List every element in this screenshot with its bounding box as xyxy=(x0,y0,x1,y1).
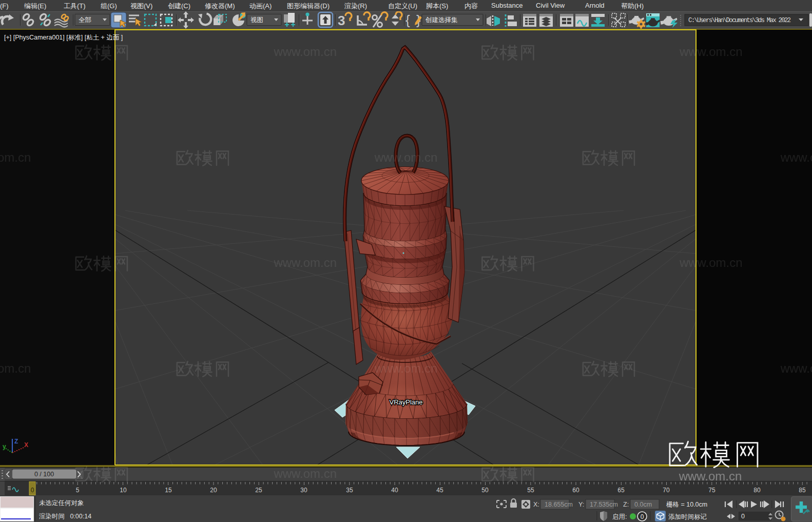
svg-text:45: 45 xyxy=(436,487,443,494)
svg-text:X: X xyxy=(24,441,28,449)
svg-text:栅格 = 10.0cm: 栅格 = 10.0cm xyxy=(666,501,707,508)
svg-text:全部: 全部 xyxy=(79,16,91,24)
svg-text:60: 60 xyxy=(572,487,579,494)
svg-text:15: 15 xyxy=(165,487,172,494)
svg-text:50: 50 xyxy=(481,487,489,494)
svg-text:5: 5 xyxy=(76,487,80,494)
svg-text:55: 55 xyxy=(527,487,534,494)
svg-text:创建选择集: 创建选择集 xyxy=(425,16,458,24)
svg-text:80: 80 xyxy=(753,487,761,494)
svg-text:0: 0 xyxy=(641,513,644,520)
svg-text:y: y xyxy=(3,443,6,450)
svg-text:85: 85 xyxy=(799,487,806,494)
svg-text:0: 0 xyxy=(31,487,34,494)
svg-text:0.0cm: 0.0cm xyxy=(634,501,652,508)
svg-text:3: 3 xyxy=(338,13,345,28)
svg-text:18.655cm: 18.655cm xyxy=(545,501,573,508)
svg-text:视图: 视图 xyxy=(250,16,263,24)
svg-text:65: 65 xyxy=(617,487,625,494)
svg-text:40: 40 xyxy=(391,487,398,494)
svg-text:30: 30 xyxy=(300,487,307,494)
svg-text:启用:: 启用: xyxy=(612,513,627,520)
svg-text:添加时间标记: 添加时间标记 xyxy=(668,513,707,520)
svg-text:[+] [PhysCamera001] [标准] [粘土 +: [+] [PhysCamera001] [标准] [粘土 + 边面 ] xyxy=(4,34,123,41)
svg-text:35: 35 xyxy=(346,487,353,494)
svg-text:Z:: Z: xyxy=(623,501,629,508)
svg-text:VRayPlane: VRayPlane xyxy=(389,398,422,406)
svg-text:C:\Users\Han\Documents\3ds Max: C:\Users\Han\Documents\3ds Max 2022 xyxy=(688,17,791,24)
svg-text:75: 75 xyxy=(708,487,716,494)
svg-text:70: 70 xyxy=(663,487,670,494)
svg-text:0 / 100: 0 / 100 xyxy=(34,471,54,478)
svg-text:17.535cm: 17.535cm xyxy=(590,501,618,508)
svg-text:25: 25 xyxy=(255,487,262,494)
svg-text:0: 0 xyxy=(741,513,745,520)
svg-text:Z: Z xyxy=(14,438,18,445)
svg-text:Y:: Y: xyxy=(578,501,584,508)
svg-text:10: 10 xyxy=(120,487,127,494)
svg-text:{: { xyxy=(405,12,410,28)
svg-text:20: 20 xyxy=(210,487,217,494)
svg-text:X:: X: xyxy=(533,501,539,508)
